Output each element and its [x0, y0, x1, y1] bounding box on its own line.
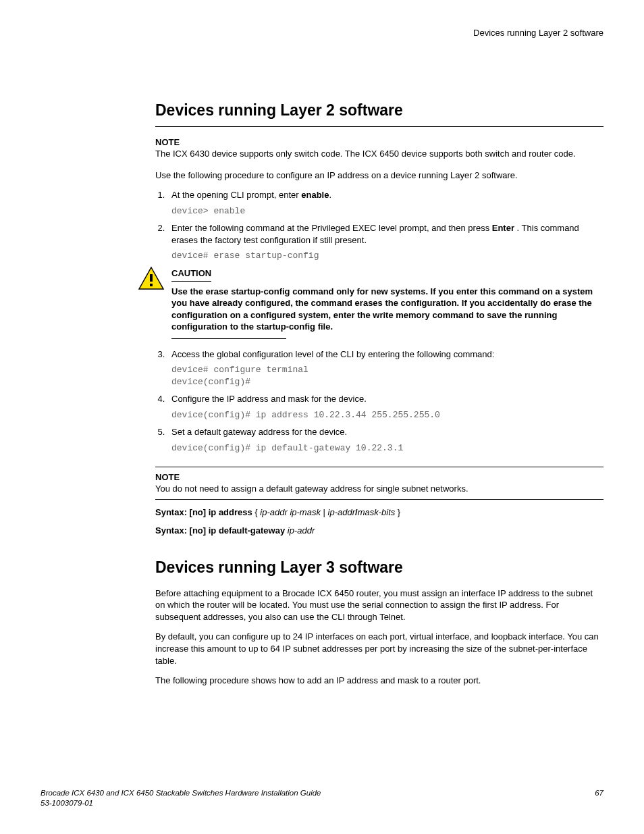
paragraph: The following procedure shows how to add… — [155, 675, 603, 687]
step-bold: Enter — [492, 223, 514, 233]
code-block: device(config)# ip address 10.22.3.44 25… — [171, 409, 603, 421]
syntax-italic: mask-bits — [358, 507, 396, 517]
page-footer: Brocade ICX 6430 and ICX 6450 Stackable … — [41, 788, 603, 809]
caution-block: CAUTION Use the erase startup-config com… — [138, 267, 603, 333]
note-text: The ICX 6430 device supports only switch… — [155, 148, 603, 160]
code-block: device(config)# ip default-gateway 10.22… — [171, 442, 603, 454]
step-bold: enable — [301, 190, 329, 200]
syntax-plain: } — [395, 507, 400, 517]
svg-rect-2 — [150, 284, 153, 286]
caution-text: Use the erase startup-config command onl… — [171, 286, 603, 333]
step-5: Set a default gateway address for the de… — [167, 426, 603, 454]
heading-layer2: Devices running Layer 2 software — [155, 100, 603, 121]
caution-icon — [138, 266, 165, 290]
note-label: NOTE — [155, 136, 603, 149]
syntax-plain: { — [252, 507, 261, 517]
step-3: Access the global configuration level of… — [167, 348, 603, 388]
syntax-italic: ip-addr — [328, 507, 355, 517]
footer-title: Brocade ICX 6430 and ICX 6450 Stackable … — [41, 788, 321, 799]
paragraph: By default, you can configure up to 24 I… — [155, 631, 603, 667]
step-text: Configure the IP address and mask for th… — [171, 393, 603, 405]
syntax-bold: Syntax: [no] ip address — [155, 507, 252, 517]
caution-label: CAUTION — [171, 267, 211, 282]
step-text: Set a default gateway address for the de… — [171, 426, 603, 438]
step-text: Access the global configuration level of… — [171, 348, 603, 361]
intro-paragraph: Use the following procedure to configure… — [155, 170, 603, 182]
step-text: At the opening CLI prompt, enter — [171, 190, 301, 200]
code-block: device# erase startup-config — [171, 250, 603, 262]
step-4: Configure the IP address and mask for th… — [167, 393, 603, 421]
step-text: . — [329, 190, 331, 200]
syntax-italic: ip-addr — [285, 525, 315, 536]
syntax-italic: ip-addr ip-mask — [260, 507, 321, 517]
step-text: Enter the following command at the Privi… — [171, 223, 492, 233]
step-1: At the opening CLI prompt, enter enable.… — [167, 189, 603, 217]
paragraph: Before attaching equipment to a Brocade … — [155, 588, 603, 623]
code-block: device# configure terminal device(config… — [171, 364, 603, 388]
syntax-line: Syntax: [no] ip default-gateway ip-addr — [155, 525, 603, 537]
mini-rule — [171, 338, 286, 339]
heading-rule — [155, 126, 603, 127]
page-header-right: Devices running Layer 2 software — [41, 27, 603, 39]
step-2: Enter the following command at the Privi… — [167, 222, 603, 338]
syntax-bold: Syntax: [no] ip default-gateway — [155, 525, 285, 536]
syntax-line: Syntax: [no] ip address { ip-addr ip-mas… — [155, 506, 603, 519]
note-text: You do not need to assign a default gate… — [155, 483, 603, 495]
heading-layer3: Devices running Layer 3 software — [155, 557, 603, 578]
syntax-plain: | — [321, 507, 328, 517]
note-block: NOTE You do not need to assign a default… — [155, 467, 603, 500]
procedure-list: At the opening CLI prompt, enter enable.… — [155, 189, 603, 454]
code-block: device> enable — [171, 205, 603, 217]
footer-docnum: 53-1003079-01 — [41, 798, 603, 809]
page-number: 67 — [595, 788, 603, 799]
svg-rect-1 — [150, 274, 153, 282]
main-content: Devices running Layer 2 software NOTE Th… — [155, 100, 603, 687]
note-label: NOTE — [155, 471, 603, 484]
